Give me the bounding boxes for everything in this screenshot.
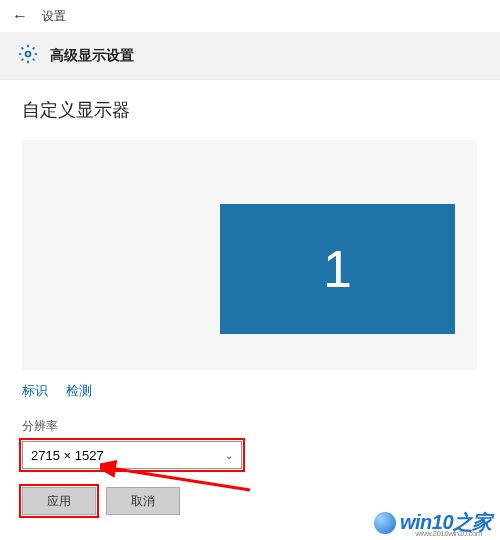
- watermark: win10之家 www.2016win10.com: [374, 509, 492, 536]
- svg-point-0: [26, 51, 31, 56]
- resolution-dropdown[interactable]: 2715 × 1527 ⌄: [22, 441, 242, 469]
- resolution-value: 2715 × 1527: [31, 448, 104, 463]
- monitor-preview-area: 1: [22, 140, 477, 370]
- detect-link[interactable]: 检测: [66, 382, 92, 400]
- gear-icon: [18, 44, 38, 68]
- apply-button[interactable]: 应用: [22, 487, 96, 515]
- header-title: 设置: [42, 8, 66, 25]
- subheader-title: 高级显示设置: [50, 47, 134, 65]
- globe-icon: [374, 512, 396, 534]
- monitor-1-tile[interactable]: 1: [220, 204, 455, 334]
- resolution-label: 分辨率: [22, 418, 478, 435]
- cancel-button[interactable]: 取消: [106, 487, 180, 515]
- chevron-down-icon: ⌄: [225, 450, 233, 461]
- page-title: 自定义显示器: [22, 98, 478, 122]
- watermark-url: www.2016win10.com: [415, 529, 482, 538]
- identify-link[interactable]: 标识: [22, 382, 48, 400]
- back-button[interactable]: ←: [12, 7, 28, 25]
